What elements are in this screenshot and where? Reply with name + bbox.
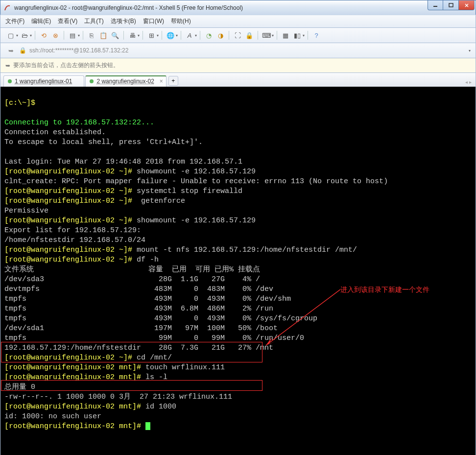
- lock-icon[interactable]: 🔒: [244, 30, 255, 41]
- new-session-icon[interactable]: ▢: [5, 30, 16, 41]
- info-text: 要添加当前会话，点击左侧的箭头按钮。: [13, 61, 119, 70]
- disconnect-icon[interactable]: ⊗: [50, 30, 61, 41]
- status-dot-icon: [8, 79, 12, 83]
- menu-tools[interactable]: 工具(T): [84, 17, 103, 25]
- address-text[interactable]: ssh://root:********@192.168.57.132:22: [29, 47, 467, 54]
- tab-label: 1 wangrufienglinux-01: [15, 78, 72, 85]
- properties-icon[interactable]: ▤: [67, 30, 78, 41]
- reconnect-icon[interactable]: ⟲: [38, 30, 49, 41]
- annotation-arrow: [260, 287, 343, 350]
- fullscreen-icon[interactable]: ⛶: [232, 30, 243, 41]
- menu-view[interactable]: 查看(V): [58, 17, 77, 25]
- tab-label: 2 wangrufienglinux-02: [96, 78, 154, 85]
- terminal-panel[interactable]: [c:\~]$ Connecting to 192.168.57.132:22.…: [0, 87, 476, 455]
- layout-icon[interactable]: ⊞: [146, 30, 157, 41]
- tab-session-1[interactable]: 1 wangrufienglinux-01: [3, 75, 84, 87]
- minimize-button[interactable]: [428, 0, 443, 10]
- menu-tabs[interactable]: 选项卡(B): [111, 17, 136, 25]
- menu-window[interactable]: 窗口(W): [143, 17, 164, 25]
- tab-close-icon[interactable]: ×: [160, 78, 163, 85]
- terminal-cursor: [145, 422, 150, 430]
- annotation-box-1: [1, 342, 262, 362]
- tab-session-2[interactable]: 2 wangrufienglinux-02 ×: [85, 75, 166, 87]
- info-arrow-icon[interactable]: ➥: [5, 62, 10, 69]
- close-button[interactable]: [459, 0, 475, 10]
- menu-file[interactable]: 文件(F): [5, 17, 24, 25]
- find-icon[interactable]: 🔍: [110, 30, 120, 41]
- open-icon[interactable]: 🗁: [19, 30, 30, 41]
- menu-bar: 文件(F) 编辑(E) 查看(V) 工具(T) 选项卡(B) 窗口(W) 帮助(…: [0, 15, 476, 28]
- svg-line-4: [266, 289, 340, 345]
- addr-lock-icon: 🔒: [19, 47, 26, 54]
- window-title: wangrufienglinux-02 - root@wangruifengli…: [14, 4, 475, 11]
- svg-rect-1: [449, 3, 453, 7]
- menu-help[interactable]: 帮助(H): [171, 17, 191, 25]
- svg-marker-5: [266, 337, 275, 345]
- status-dot-icon: [90, 79, 94, 83]
- new-tab-button[interactable]: +: [168, 76, 178, 86]
- window-titlebar: wangrufienglinux-02 - root@wangruifengli…: [0, 0, 476, 15]
- tile-icon[interactable]: ▮▯: [292, 30, 303, 41]
- color-icon[interactable]: ◔: [203, 30, 214, 41]
- addr-add-icon[interactable]: ➥: [5, 45, 16, 56]
- print-icon[interactable]: 🖶: [127, 30, 138, 41]
- transparent-icon[interactable]: ▦: [280, 30, 291, 41]
- info-bar: ➥ 要添加当前会话，点击左侧的箭头按钮。: [0, 58, 476, 73]
- annotation-text: 进入到该目录下新建一个文件: [340, 285, 429, 294]
- font-icon[interactable]: A: [184, 30, 195, 41]
- highlight-icon[interactable]: ◑: [215, 30, 226, 41]
- tab-scroll-arrows[interactable]: ◂ ▸: [465, 79, 472, 85]
- address-bar: ➥ 🔒 ssh://root:********@192.168.57.132:2…: [0, 43, 476, 58]
- app-icon: [3, 4, 11, 12]
- toolbar: ▢▾ 🗁▾ ⟲ ⊗ ▤▾ ⎘ 📋 🔍 🖶▾ ⊞▾ 🌐▾ A▾ ◔ ◑ ⛶ 🔒 ⌨…: [0, 28, 476, 43]
- paste-icon[interactable]: 📋: [98, 30, 109, 41]
- keyboard-icon[interactable]: ⌨: [261, 30, 272, 41]
- tab-bar: 1 wangrufienglinux-01 2 wangrufienglinux…: [0, 73, 476, 87]
- copy-icon[interactable]: ⎘: [86, 30, 97, 41]
- addr-dropdown-icon[interactable]: ▾: [469, 48, 471, 53]
- maximize-button[interactable]: [443, 0, 459, 10]
- help-icon[interactable]: ?: [311, 30, 322, 41]
- annotation-box-2: [1, 380, 262, 391]
- globe-icon[interactable]: 🌐: [165, 30, 176, 41]
- menu-edit[interactable]: 编辑(E): [31, 17, 51, 25]
